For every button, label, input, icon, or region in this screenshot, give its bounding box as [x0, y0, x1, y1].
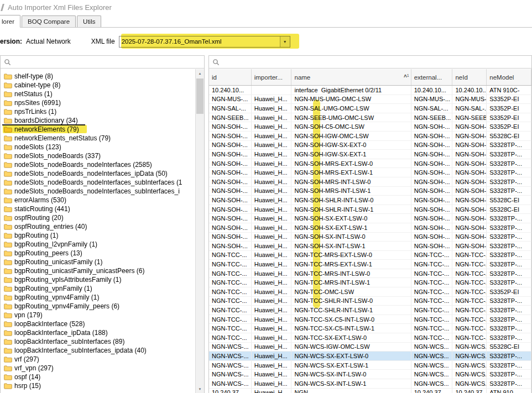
- tree-item[interactable]: cabinet-type (8): [4, 81, 195, 90]
- table-row[interactable]: NGN-SOH-...Huawei_H...NGN-SOH-SX-EXT-LSW…: [209, 223, 531, 233]
- tree-item[interactable]: errorAlarms (530): [4, 196, 195, 205]
- table-cell: NGN-SOH-...: [452, 242, 487, 250]
- table-row[interactable]: NGN-SOH-...Huawei_H...NGN-SOH-SX-INT-LSW…: [209, 233, 531, 242]
- grid-search-bar[interactable]: [209, 56, 531, 69]
- table-row[interactable]: NGN-SAL-...Huawei_H...NGN-SAL-UMG-OMC-LS…: [209, 104, 531, 113]
- tree-item[interactable]: bgpRouting_vpnFamily (1): [4, 284, 195, 293]
- table-row[interactable]: NGN-MUS-...Huawei_H...NGN-MUS-UMG-OMC-LS…: [209, 95, 531, 104]
- column-header-name[interactable]: name^1: [291, 69, 411, 85]
- tree-item[interactable]: loopBackInterface (528): [4, 319, 195, 328]
- table-row[interactable]: NGN-TCC-...Huawei_H...NGN-TCC-MRS-INT-LS…: [209, 278, 531, 287]
- table-row[interactable]: NGN-SOH-...Huawei_H...NGN-SOH-SHLR-INT-L…: [209, 196, 531, 205]
- tree-item[interactable]: shelf-type (8): [4, 72, 195, 81]
- chevron-down-icon[interactable]: ▼: [280, 36, 290, 47]
- tree-item[interactable]: nodeSlots_nodeBoards_nodeInterfaces_subI…: [4, 187, 195, 196]
- scroll-down-button[interactable]: ▼: [196, 385, 204, 393]
- column-header-importer[interactable]: importer...: [252, 69, 292, 85]
- table-row[interactable]: NGN-WCS-...Huawei_H...NGN-WCS-SX-INT-LSW…: [209, 379, 531, 389]
- tree-item[interactable]: bgpRouting (1): [4, 231, 195, 240]
- tree-item[interactable]: bgpRouting_vpnv4Family (1): [4, 293, 195, 302]
- grid-rows: 10.240.10...interface GigabitEthernet 0/…: [209, 86, 531, 393]
- table-row[interactable]: NGN-WCS-...Huawei_H...NGN-WCS-SX-EXT-LSW…: [209, 352, 531, 361]
- tree-item[interactable]: bgpRouting_l2vpnFamily (1): [4, 240, 195, 249]
- tree-item[interactable]: nodeSlots_nodeBoards_nodeInterfaces (258…: [4, 160, 195, 169]
- table-cell: Huawei_H...: [252, 187, 292, 196]
- tree-item[interactable]: nodeSlots_nodeBoards (337): [4, 151, 195, 160]
- tree-item[interactable]: bgpRouting_unicastFamily_unicastPeers (6…: [4, 266, 195, 275]
- table-row[interactable]: NGN-SOH-...Huawei_H...NGN-SOH-MRS-INT-LS…: [209, 177, 531, 187]
- tree-search-bar[interactable]: [1, 56, 204, 69]
- column-header-neModel[interactable]: neModel: [487, 69, 531, 85]
- table-row[interactable]: NGN-SOH-...Huawei_H...NGN-SOH-SX-EXT-LSW…: [209, 214, 531, 223]
- tree-item[interactable]: ospfRouting_entries (40): [4, 222, 195, 231]
- tree-item[interactable]: vpn (179): [4, 311, 195, 319]
- tree-item[interactable]: vrf (297): [4, 355, 195, 364]
- column-header-id[interactable]: id: [209, 69, 252, 85]
- table-row[interactable]: NGN-TCC-...Huawei_H...NGN-TCC-OMC-LSWNGN…: [209, 287, 531, 297]
- tree-item[interactable]: networkElements (79): [4, 125, 195, 134]
- table-row[interactable]: NGN-TCC-...Huawei_H...NGN-TCC-MRS-EXT-LS…: [209, 251, 531, 260]
- table-row[interactable]: NGN-SOH-...Huawei_H...NGN-SOH-IGW-OMC-LS…: [209, 132, 531, 141]
- tree-item[interactable]: loopBackInterface_subInterfaces (89): [4, 337, 195, 346]
- tree-item[interactable]: bgpRouting_vpnv4Family_peers (6): [4, 302, 195, 311]
- table-row[interactable]: NGN-SOH-...Huawei_H...NGN-SOH-MRS-EXT-LS…: [209, 168, 531, 177]
- table-row[interactable]: NGN-SOH-...Huawei_H...NGN-SOH-MRS-INT-LS…: [209, 187, 531, 196]
- tree-item[interactable]: bgpRouting_unicastFamily (1): [4, 258, 195, 266]
- table-row[interactable]: NGN-TCC-...Huawei_H...NGN-TCC-SX-C5-INT-…: [209, 324, 531, 333]
- tree-item[interactable]: ospfRouting (20): [4, 213, 195, 222]
- tab-boq-compare[interactable]: BOQ Compare: [22, 15, 76, 27]
- tree-item[interactable]: ospf (14): [4, 373, 195, 381]
- table-row[interactable]: NGN-TCC-...Huawei_H...NGN-TCC-SX-C5-INT-…: [209, 315, 531, 324]
- tree-item-label: nodeSlots_nodeBoards_nodeInterfaces_subI…: [14, 187, 180, 195]
- table-row[interactable]: NGN-SOH-...Huawei_H...NGN-SOH-IGW-SX-EXT…: [209, 141, 531, 150]
- table-row[interactable]: NGN-TCC-...Huawei_H...NGN-TCC-SHLR-INT-L…: [209, 297, 531, 306]
- tab-utils[interactable]: Utils: [77, 15, 101, 27]
- table-row[interactable]: NGN-TCC-...Huawei_H...NGN-TCC-MRS-EXT-LS…: [209, 260, 531, 269]
- folder-icon: [4, 170, 12, 177]
- table-cell: NGN-SOH-...: [452, 177, 487, 186]
- table-cell: NGN-SOH-...: [209, 159, 252, 168]
- tree-scrollbar[interactable]: ▲ ▼: [195, 69, 204, 393]
- tree-item[interactable]: npsTrLinks (1): [4, 107, 195, 116]
- tree-item[interactable]: boardsDictionary (34): [4, 116, 195, 125]
- tree-item[interactable]: vrf_vpn (297): [4, 364, 195, 373]
- scrollbar-thumb[interactable]: [196, 78, 204, 114]
- tree-item[interactable]: nodeSlots_nodeBoards_nodeInterfaces_subI…: [4, 178, 195, 187]
- table-row[interactable]: NGN-WCS-...Huawei_H...NGN-WCS-SX-INT-LSW…: [209, 370, 531, 379]
- table-cell: NGN-TCC-SHLR-INT-LSW-0: [291, 297, 411, 306]
- table-row[interactable]: NGN-SOH-...Huawei_H...NGN-SOH-SX-INT-LSW…: [209, 242, 531, 251]
- table-row[interactable]: NGN-WCS-...Huawei_H...NGN-WCS-IGW-OMC-LS…: [209, 343, 531, 352]
- table-row[interactable]: NGN-SOH-...Huawei_H...NGN-SOH-MRS-EXT-LS…: [209, 159, 531, 169]
- table-cell: S3328TP-...: [487, 315, 531, 324]
- tree-item[interactable]: nodeSlots (123): [4, 143, 195, 151]
- table-row[interactable]: 10.240.10...interface GigabitEthernet 0/…: [209, 86, 531, 95]
- column-header-neId[interactable]: neId: [452, 69, 487, 85]
- column-header-external[interactable]: external...: [411, 69, 453, 85]
- table-cell: NGN-SOH-SX-EXT-LSW-1: [291, 223, 411, 232]
- table-row[interactable]: NGN-TCC-...Huawei_H...NGN-TCC-SX-EXT-LSW…: [209, 333, 531, 343]
- table-cell: NGN-SOH-...: [411, 233, 453, 242]
- table-cell: S5328C-EI: [487, 196, 531, 205]
- table-row[interactable]: 10.240.37...Huawei_H...NGN-...10.240.37.…: [209, 389, 531, 393]
- tree-item[interactable]: netStatus (1): [4, 90, 195, 98]
- table-cell: NGN-TCC-...: [452, 333, 487, 342]
- table-row[interactable]: NGN-SOH-...Huawei_H...NGN-SOH-C5-OMC-LSW…: [209, 122, 531, 132]
- tree-item[interactable]: loopBackInterface_subInterfaces_ipdata (…: [4, 346, 195, 355]
- table-row[interactable]: NGN-SOH-...Huawei_H...NGN-SOH-SHLR-INT-L…: [209, 205, 531, 214]
- tree-item[interactable]: nodeSlots_nodeBoards_nodeInterfaces_ipDa…: [4, 169, 195, 178]
- tree-item[interactable]: staticRouting (441): [4, 205, 195, 213]
- scroll-up-button[interactable]: ▲: [196, 69, 204, 77]
- table-row[interactable]: NGN-WCS-...Huawei_H...NGN-WCS-SX-EXT-LSW…: [209, 361, 531, 370]
- table-row[interactable]: NGN-SEEB...Huawei_H...NGN-SEEB-UMG-OMC-L…: [209, 113, 531, 123]
- tab-explorer[interactable]: lorer: [0, 15, 20, 28]
- tree-item[interactable]: networkElements_netStatus (79): [4, 134, 195, 143]
- xml-file-combobox[interactable]: 2025-07-28-07.37.16_OmanTel.xml ▼: [119, 36, 290, 48]
- tree-item[interactable]: npsSites (6991): [4, 98, 195, 107]
- table-row[interactable]: NGN-TCC-...Huawei_H...NGN-TCC-SHLR-INT-L…: [209, 306, 531, 315]
- tree-item[interactable]: bgpRouting_vplsAttributesFamily (1): [4, 275, 195, 284]
- table-row[interactable]: NGN-SOH-...Huawei_H...NGN-SOH-IGW-SX-EXT…: [209, 150, 531, 159]
- tree-item[interactable]: loopBackInterface_ipData (188): [4, 328, 195, 337]
- table-row[interactable]: NGN-TCC-...Huawei_H...NGN-TCC-MRS-INT-LS…: [209, 269, 531, 279]
- tree-item[interactable]: hsrp (15): [4, 381, 195, 390]
- tree-item[interactable]: bgpRouting_peers (13): [4, 249, 195, 258]
